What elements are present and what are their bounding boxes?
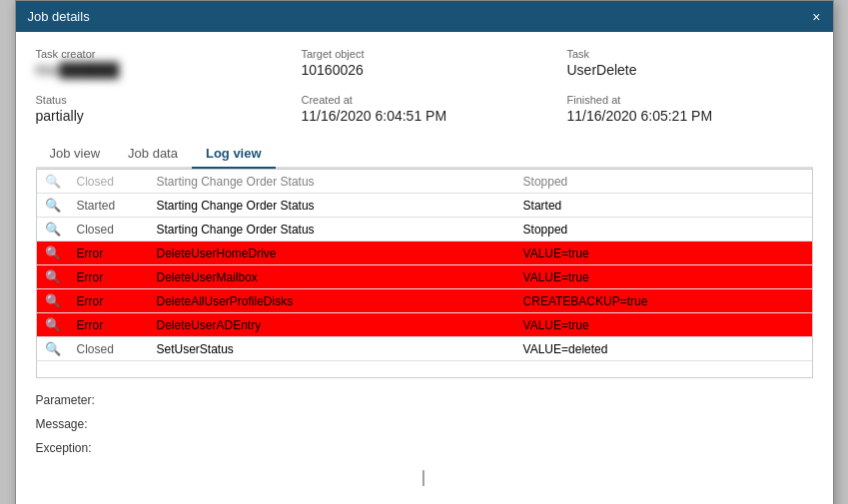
log-value: VALUE=true	[515, 265, 812, 289]
log-action: DeleteAllUserProfileDisks	[149, 289, 515, 313]
tab-log-view[interactable]: Log view	[192, 140, 276, 169]
status-value: partially	[36, 108, 282, 124]
log-status: Error	[69, 242, 149, 265]
magnifier-icon[interactable]: 🔍	[37, 242, 69, 265]
log-status: Closed	[69, 170, 149, 194]
info-grid: Task creator Mar██████ Target object 101…	[36, 48, 813, 124]
log-value: VALUE=true	[515, 313, 812, 337]
task-label: Task	[567, 48, 813, 60]
log-action: Starting Change Order Status	[149, 194, 515, 218]
created-at-field: Created at 11/16/2020 6:04:51 PM	[302, 94, 547, 124]
log-status: Error	[69, 313, 149, 337]
log-status: Error	[69, 289, 149, 313]
message-row: Message:	[36, 412, 813, 436]
magnifier-icon[interactable]: 🔍	[37, 265, 69, 289]
log-row[interactable]: 🔍ErrorDeleteUserADEntryVALUE=true	[37, 313, 812, 337]
exception-row: Exception:	[36, 436, 813, 460]
log-row[interactable]: 🔍ClosedStarting Change Order StatusStopp…	[37, 218, 812, 242]
task-creator-field: Task creator Mar██████	[36, 48, 282, 78]
log-row[interactable]: 🔍ClosedStarting Change Order StatusStopp…	[37, 170, 812, 194]
log-value: Started	[515, 194, 812, 218]
tab-job-view[interactable]: Job view	[36, 140, 115, 169]
finished-at-label: Finished at	[567, 94, 813, 106]
parameter-label: Parameter:	[36, 393, 95, 407]
dialog-body: Task creator Mar██████ Target object 101…	[16, 32, 833, 504]
created-at-value: 11/16/2020 6:04:51 PM	[302, 108, 547, 124]
log-action: DeleteUserADEntry	[149, 313, 515, 337]
target-object-field: Target object 10160026	[302, 48, 547, 78]
status-field: Status partially	[36, 94, 282, 124]
log-action: SetUserStatus	[149, 337, 515, 361]
job-details-dialog: Job details × Task creator Mar██████ Tar…	[15, 0, 834, 504]
log-table: 🔍ClosedStarting Change Order StatusStopp…	[37, 170, 812, 361]
cursor-area: │	[36, 460, 813, 495]
log-action: DeleteUserHomeDrive	[149, 242, 515, 265]
exception-label: Exception:	[36, 441, 92, 455]
log-row[interactable]: 🔍ErrorDeleteAllUserProfileDisksCREATEBAC…	[37, 289, 812, 313]
message-label: Message:	[36, 417, 88, 431]
footer-fields: Parameter: Message: Exception:	[36, 388, 813, 460]
created-at-label: Created at	[302, 94, 547, 106]
dialog-header: Job details ×	[16, 1, 833, 32]
target-object-label: Target object	[302, 48, 547, 60]
log-row[interactable]: 🔍ErrorDeleteUserHomeDriveVALUE=true	[37, 242, 812, 265]
log-value: Stopped	[515, 170, 812, 194]
close-button[interactable]: ×	[812, 10, 820, 24]
log-action: Starting Change Order Status	[149, 170, 515, 194]
magnifier-icon[interactable]: 🔍	[37, 289, 69, 313]
log-status: Closed	[69, 337, 149, 361]
cursor-icon: │	[420, 470, 427, 485]
log-value: VALUE=true	[515, 242, 812, 265]
task-creator-label: Task creator	[36, 48, 282, 60]
log-value: Stopped	[515, 218, 812, 242]
tabs-bar: Job view Job data Log view	[36, 140, 813, 169]
task-creator-value: Mar██████	[36, 62, 282, 78]
task-value: UserDelete	[567, 62, 813, 78]
target-object-value: 10160026	[302, 62, 547, 78]
log-value: CREATEBACKUP=true	[515, 289, 812, 313]
magnifier-icon[interactable]: 🔍	[37, 313, 69, 337]
log-row[interactable]: 🔍StartedStarting Change Order StatusStar…	[37, 194, 812, 218]
task-field: Task UserDelete	[567, 48, 813, 78]
log-row[interactable]: 🔍ClosedSetUserStatusVALUE=deleted	[37, 337, 812, 361]
log-action: Starting Change Order Status	[149, 218, 515, 242]
log-table-wrapper[interactable]: 🔍ClosedStarting Change Order StatusStopp…	[36, 169, 813, 378]
parameter-row: Parameter:	[36, 388, 813, 412]
magnifier-icon[interactable]: 🔍	[37, 337, 69, 361]
tab-job-data[interactable]: Job data	[114, 140, 192, 169]
finished-at-value: 11/16/2020 6:05:21 PM	[567, 108, 813, 124]
finished-at-field: Finished at 11/16/2020 6:05:21 PM	[567, 94, 813, 124]
magnifier-icon[interactable]: 🔍	[37, 194, 69, 218]
dialog-title: Job details	[28, 9, 90, 24]
log-action: DeleteUserMailbox	[149, 265, 515, 289]
magnifier-icon[interactable]: 🔍	[37, 218, 69, 242]
log-value: VALUE=deleted	[515, 337, 812, 361]
log-status: Closed	[69, 218, 149, 242]
log-row[interactable]: 🔍ErrorDeleteUserMailboxVALUE=true	[37, 265, 812, 289]
magnifier-icon[interactable]: 🔍	[37, 170, 69, 194]
log-status: Error	[69, 265, 149, 289]
log-status: Started	[69, 194, 149, 218]
status-label: Status	[36, 94, 282, 106]
